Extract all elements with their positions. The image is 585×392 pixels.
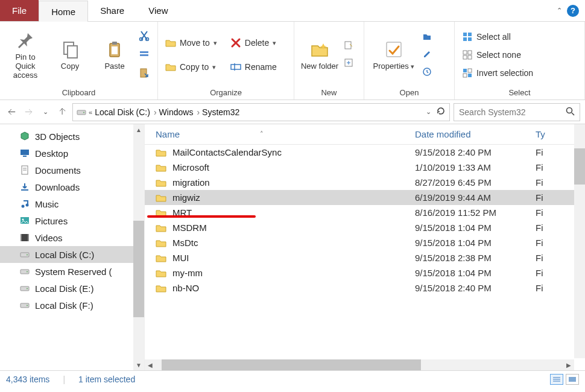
forward-button[interactable]: 🡢 xyxy=(22,106,35,119)
delete-button[interactable]: Delete▾ xyxy=(228,36,279,49)
easy-access-icon[interactable] xyxy=(344,58,353,69)
folder-icon xyxy=(156,194,166,202)
file-type: Fi xyxy=(536,223,566,233)
back-button[interactable]: 🡠 xyxy=(5,106,18,119)
svg-rect-56 xyxy=(569,377,576,382)
up-button[interactable]: 🡡 xyxy=(55,106,69,119)
breadcrumb[interactable]: « Local Disk (C:)› Windows› System32 ⌄ xyxy=(72,103,450,121)
tree-item[interactable]: Local Disk (F:) xyxy=(0,297,144,314)
refresh-button[interactable] xyxy=(436,106,446,118)
folder-icon xyxy=(156,224,166,232)
folder-icon xyxy=(156,179,166,187)
tree-item[interactable]: Downloads xyxy=(0,179,144,195)
tree-item[interactable]: System Reserved ( xyxy=(0,263,144,280)
tree-item[interactable]: Documents xyxy=(0,162,144,179)
column-type[interactable]: Ty xyxy=(536,129,545,139)
tab-share[interactable]: Share xyxy=(88,0,136,21)
history-icon[interactable] xyxy=(422,67,432,78)
help-icon[interactable]: ? xyxy=(567,5,579,17)
view-details-button[interactable] xyxy=(550,374,563,385)
file-date: 9/15/2018 2:38 PM xyxy=(415,253,536,263)
tree-item-label: Local Disk (C:) xyxy=(35,250,94,260)
copy-button[interactable]: Copy xyxy=(49,40,90,71)
content-vertical-scrollbar[interactable] xyxy=(574,124,585,358)
annotation-underline xyxy=(147,215,256,218)
content-vscroll-thumb[interactable] xyxy=(574,148,585,185)
tree-item-label: Videos xyxy=(35,233,63,243)
edit-icon[interactable] xyxy=(422,49,432,61)
content-hscroll-thumb[interactable] xyxy=(162,359,421,370)
move-to-button[interactable]: Move to▾ xyxy=(163,36,220,49)
properties-label: Properties xyxy=(373,62,409,71)
select-all-button[interactable]: Select all xyxy=(460,30,536,43)
view-thumbnails-button[interactable] xyxy=(566,374,579,385)
folder-icon xyxy=(156,269,166,277)
copy-path-icon[interactable] xyxy=(139,49,150,62)
sidebar-scroll-thumb[interactable] xyxy=(133,221,144,317)
file-row[interactable]: MsDtc9/15/2018 1:04 PMFi xyxy=(145,235,585,250)
file-row[interactable]: migwiz6/19/2019 9:44 AMFi xyxy=(145,190,585,205)
rename-button[interactable]: Rename xyxy=(228,60,279,74)
recent-locations-button[interactable]: ⌄ xyxy=(39,106,52,119)
properties-button[interactable]: Properties ▾ xyxy=(369,40,419,71)
svg-rect-7 xyxy=(140,51,148,53)
svg-rect-42 xyxy=(21,234,29,241)
column-headers[interactable]: Name˄ Date modified Ty xyxy=(145,124,585,145)
group-label-organize: Organize xyxy=(158,88,294,100)
breadcrumb-dropdown[interactable]: ⌄ xyxy=(426,108,431,116)
file-date: 9/15/2018 1:04 PM xyxy=(415,268,536,278)
tree-item[interactable]: Local Disk (E:) xyxy=(0,280,144,297)
tab-file[interactable]: File xyxy=(0,0,39,21)
svg-rect-10 xyxy=(231,65,241,69)
crumb-windows[interactable]: Windows xyxy=(159,107,194,117)
column-name[interactable]: Name xyxy=(156,129,180,139)
tree-item-label: Downloads xyxy=(35,182,80,192)
breadcrumb-root-chevron[interactable]: « xyxy=(89,109,92,116)
file-row[interactable]: Microsoft1/10/2019 1:33 AMFi xyxy=(145,160,585,175)
file-name: nb-NO xyxy=(172,283,199,293)
search-box[interactable] xyxy=(454,103,580,121)
file-row[interactable]: MSDRM9/15/2018 1:04 PMFi xyxy=(145,220,585,235)
tree-item[interactable]: Local Disk (C:) xyxy=(0,246,144,263)
select-all-icon xyxy=(462,31,473,42)
tree-item[interactable]: Videos xyxy=(0,229,144,246)
file-row[interactable]: nb-NO9/15/2018 2:40 PMFi xyxy=(145,280,585,296)
paste-shortcut-icon[interactable] xyxy=(139,68,150,80)
collapse-ribbon-icon[interactable]: ⌃ xyxy=(557,7,562,14)
new-folder-button[interactable]: New folder xyxy=(299,40,340,71)
crumb-system32[interactable]: System32 xyxy=(202,107,239,117)
paste-button[interactable]: Paste xyxy=(94,40,135,71)
pin-to-quick-access-button[interactable]: Pin to Quick access xyxy=(5,31,46,80)
svg-rect-24 xyxy=(463,69,467,72)
tree-item[interactable]: Music xyxy=(0,195,144,212)
invert-selection-button[interactable]: Invert selection xyxy=(460,66,536,80)
svg-point-39 xyxy=(26,204,29,207)
file-row[interactable]: migration8/27/2019 6:45 PMFi xyxy=(145,175,585,190)
folder-icon xyxy=(156,254,166,262)
file-row[interactable]: MRT8/16/2019 11:52 PMFi xyxy=(145,205,585,220)
content-horizontal-scrollbar[interactable]: ◀▶ xyxy=(145,359,574,370)
tree-item[interactable]: 3D Objects xyxy=(0,128,144,145)
tree-item[interactable]: Pictures xyxy=(0,212,144,229)
paste-label: Paste xyxy=(104,62,124,71)
search-input[interactable] xyxy=(459,107,565,117)
column-date[interactable]: Date modified xyxy=(415,129,471,139)
file-type: Fi xyxy=(536,253,566,263)
open-icon[interactable] xyxy=(422,32,432,43)
svg-point-38 xyxy=(22,205,25,208)
new-item-icon[interactable] xyxy=(344,40,353,52)
file-row[interactable]: my-mm9/15/2018 1:04 PMFi xyxy=(145,265,585,280)
copy-to-button[interactable]: Copy to▾ xyxy=(163,60,220,74)
file-row[interactable]: MUI9/15/2018 2:38 PMFi xyxy=(145,250,585,265)
tree-item[interactable]: Desktop xyxy=(0,145,144,162)
crumb-local-disk[interactable]: Local Disk (C:) xyxy=(95,107,150,117)
tab-view[interactable]: View xyxy=(136,0,180,21)
file-row[interactable]: MailContactsCalendarSync9/15/2018 2:40 P… xyxy=(145,145,585,160)
cut-icon[interactable] xyxy=(139,30,150,43)
search-icon[interactable] xyxy=(565,106,575,118)
sidebar-scrollbar[interactable]: ▲ ▼ xyxy=(133,124,144,370)
tab-home[interactable]: Home xyxy=(39,1,88,22)
tree-item-label: Desktop xyxy=(35,148,68,159)
svg-rect-1 xyxy=(68,46,77,58)
select-none-button[interactable]: Select none xyxy=(460,48,536,62)
